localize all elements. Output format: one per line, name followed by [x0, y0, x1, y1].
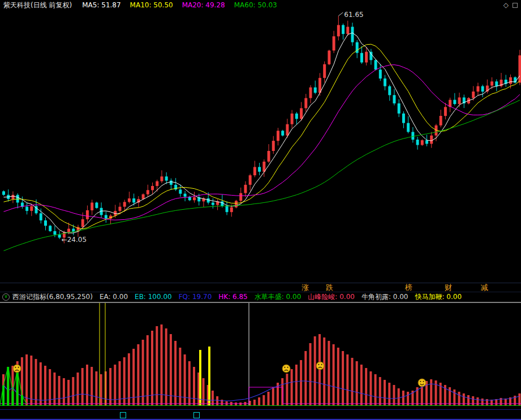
- diamond-icon[interactable]: ◇: [503, 1, 509, 9]
- ma-label: MA20: 49.28: [182, 1, 225, 9]
- indicator-header: ∨ 西游记指标(6,80,95,250)EA: 0.00EB: 100.00FQ…: [0, 292, 521, 301]
- ticker-item[interactable]: 涨: [302, 283, 309, 292]
- stock-title: 紫天科技(日线 前复权): [3, 1, 72, 10]
- main-candlestick-chart[interactable]: 61.65←24.05: [0, 10, 521, 283]
- main-chart-svg[interactable]: 61.65←24.05: [0, 10, 521, 283]
- scroll-marker[interactable]: [193, 412, 200, 418]
- indicator-panel[interactable]: [0, 301, 521, 409]
- high-price-annotation: 61.65: [344, 11, 363, 19]
- corner-box-icon[interactable]: [513, 3, 518, 8]
- ma-label: MA60: 50.03: [234, 1, 277, 9]
- ma-label: MA5: 51.87: [82, 1, 120, 9]
- ma-label: MA10: 50.50: [130, 1, 173, 9]
- indicator-param-label: 山峰险峻: 0.00: [308, 293, 355, 301]
- ticker-strip: 涨跌榜财减: [0, 283, 521, 292]
- ticker-item[interactable]: 跌: [326, 283, 333, 292]
- indicator-param-label: HK: 6.85: [218, 293, 247, 301]
- sad-face-icon: [13, 365, 21, 373]
- indicator-collapse-icon[interactable]: ∨: [2, 293, 10, 301]
- indicator-param-label: 牛角初露: 0.00: [361, 293, 408, 301]
- indicator-param-label: 快马加鞭: 0.00: [415, 293, 462, 301]
- indicator-param-label: EB: 100.00: [135, 293, 172, 301]
- ticker-item[interactable]: 榜: [405, 283, 412, 292]
- low-price-annotation: ←24.05: [62, 236, 87, 244]
- indicator-svg[interactable]: [0, 301, 521, 409]
- ticker-item[interactable]: 减: [481, 283, 488, 292]
- indicator-param-label: 西游记指标(6,80,95,250): [12, 293, 93, 301]
- title-bar: 紫天科技(日线 前复权) MA5: 51.87MA10: 50.50MA20: …: [0, 0, 521, 10]
- indicator-param-label: 水草丰盛: 0.00: [255, 293, 302, 301]
- indicator-param-label: EA: 0.00: [100, 293, 128, 301]
- titlebar-right-icons: ◇: [503, 1, 518, 9]
- sad-face-icon: [316, 362, 324, 370]
- tdx-window: 紫天科技(日线 前复权) MA5: 51.87MA10: 50.50MA20: …: [0, 0, 521, 420]
- scroll-marker[interactable]: [120, 412, 126, 418]
- ticker-item[interactable]: 财: [445, 283, 452, 292]
- happy-face-icon: [418, 379, 426, 387]
- bottom-scrollbar[interactable]: [0, 409, 521, 420]
- indicator-params: 西游记指标(6,80,95,250)EA: 0.00EB: 100.00FQ: …: [12, 292, 468, 302]
- sad-face-icon: [282, 365, 290, 373]
- ma-labels: MA5: 51.87MA10: 50.50MA20: 49.28MA60: 50…: [82, 1, 286, 9]
- indicator-param-label: FQ: 19.70: [179, 293, 212, 301]
